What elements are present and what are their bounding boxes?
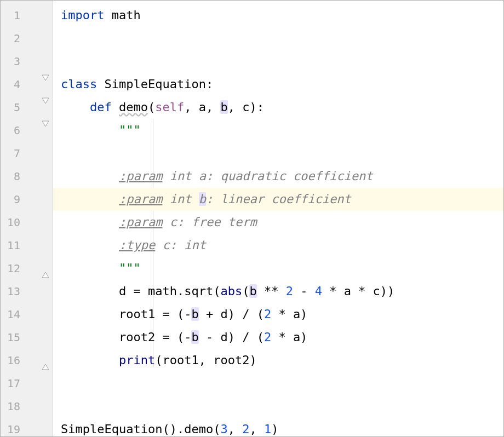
- code-token: SimpleEquation:: [97, 77, 213, 91]
- code-token: [61, 169, 119, 183]
- code-token: SimpleEquation().demo(: [61, 422, 220, 436]
- code-token: (: [242, 284, 249, 298]
- code-token: 2: [264, 307, 271, 321]
- code-line[interactable]: class SimpleEquation:: [53, 73, 503, 96]
- code-token: - d) / (: [199, 330, 264, 344]
- code-line[interactable]: [53, 27, 503, 50]
- code-token: 4: [315, 284, 322, 298]
- code-token: [61, 123, 119, 137]
- code-token: """: [119, 123, 141, 137]
- code-token: b: [191, 330, 198, 344]
- code-token: 2: [286, 284, 293, 298]
- code-token: [61, 261, 119, 275]
- code-token: [61, 192, 119, 206]
- code-token: def: [90, 100, 112, 114]
- fold-expand-icon[interactable]: [42, 120, 49, 128]
- line-number-column: 12345678910111213141516171819: [1, 1, 25, 437]
- fold-collapse-icon[interactable]: [42, 271, 49, 279]
- code-line[interactable]: SimpleEquation().demo(3, 2, 1): [53, 418, 503, 437]
- code-line[interactable]: :param int b: linear coefficient: [53, 188, 503, 211]
- line-number: 14: [1, 303, 25, 326]
- code-editor[interactable]: 12345678910111213141516171819 import mat…: [1, 1, 503, 436]
- code-token: , a,: [184, 100, 220, 114]
- line-number: 1: [1, 4, 25, 27]
- code-token: math: [104, 8, 140, 22]
- code-token: root2 = (-: [61, 330, 191, 344]
- code-token: ,: [228, 422, 243, 436]
- code-line[interactable]: root1 = (-b + d) / (2 * a): [53, 303, 503, 326]
- code-token: self: [155, 100, 184, 114]
- code-line[interactable]: print(root1, root2): [53, 349, 503, 372]
- code-line[interactable]: d = math.sqrt(abs(b ** 2 - 4 * a * c)): [53, 280, 503, 303]
- code-token: b: [191, 307, 198, 321]
- code-token: 2: [264, 330, 271, 344]
- code-token: [61, 100, 90, 114]
- code-line[interactable]: [53, 372, 503, 395]
- code-token: b: [249, 284, 256, 298]
- code-token: 2: [242, 422, 249, 436]
- code-token: :param: [119, 192, 162, 206]
- code-line[interactable]: [53, 50, 503, 73]
- code-token: 1: [264, 422, 271, 436]
- code-token: c: int: [155, 238, 206, 252]
- code-token: * a): [271, 330, 307, 344]
- code-token: [61, 238, 119, 252]
- code-token: """: [119, 261, 141, 275]
- code-line[interactable]: """: [53, 119, 503, 142]
- code-token: * a): [271, 307, 307, 321]
- line-number: 4: [1, 73, 25, 96]
- fold-column: [25, 1, 53, 436]
- code-token: : linear coefficient: [206, 192, 351, 206]
- gutter: 12345678910111213141516171819: [1, 1, 53, 436]
- line-number: 9: [1, 188, 25, 211]
- line-number: 19: [1, 418, 25, 437]
- code-token: d = math.sqrt(: [61, 284, 220, 298]
- code-token: [112, 100, 119, 114]
- code-token: **: [257, 284, 286, 298]
- line-number: 6: [1, 119, 25, 142]
- code-token: print: [119, 353, 155, 367]
- line-number: 3: [1, 50, 25, 73]
- line-number: 7: [1, 142, 25, 165]
- code-line[interactable]: :param c: free term: [53, 211, 503, 234]
- line-number: 5: [1, 96, 25, 119]
- line-number: 18: [1, 395, 25, 418]
- line-number: 15: [1, 326, 25, 349]
- line-number: 2: [1, 27, 25, 50]
- code-token: class: [61, 77, 97, 91]
- fold-collapse-icon[interactable]: [42, 363, 49, 371]
- code-token: b: [220, 100, 227, 114]
- code-line[interactable]: :param int a: quadratic coefficient: [53, 165, 503, 188]
- code-token: int a: quadratic coefficient: [162, 169, 373, 183]
- code-line[interactable]: :type c: int: [53, 234, 503, 257]
- code-token: c: free term: [162, 215, 256, 229]
- code-line[interactable]: """: [53, 257, 503, 280]
- code-line[interactable]: def demo(self, a, b, c):: [53, 96, 503, 119]
- code-token: * a * c)): [322, 284, 394, 298]
- code-line[interactable]: root2 = (-b - d) / (2 * a): [53, 326, 503, 349]
- line-number: 11: [1, 234, 25, 257]
- code-token: (root1, root2): [155, 353, 256, 367]
- code-token: root1 = (-: [61, 307, 191, 321]
- code-token: [61, 353, 119, 367]
- line-number: 10: [1, 211, 25, 234]
- code-line[interactable]: [53, 395, 503, 418]
- code-token: abs: [220, 284, 242, 298]
- line-number: 16: [1, 349, 25, 372]
- code-token: 3: [220, 422, 227, 436]
- code-token: b: [199, 192, 206, 206]
- code-line[interactable]: [53, 142, 503, 165]
- fold-expand-icon[interactable]: [42, 97, 49, 105]
- code-token: [61, 215, 119, 229]
- line-number: 8: [1, 165, 25, 188]
- code-token: ): [271, 422, 278, 436]
- code-token: , c):: [228, 100, 264, 114]
- code-token: int: [162, 192, 198, 206]
- code-token: :param: [119, 169, 162, 183]
- code-token: -: [293, 284, 315, 298]
- line-number: 12: [1, 257, 25, 280]
- fold-expand-icon[interactable]: [42, 74, 49, 82]
- code-area[interactable]: import mathclass SimpleEquation: def dem…: [53, 1, 503, 436]
- code-token: + d) / (: [199, 307, 264, 321]
- code-line[interactable]: import math: [53, 4, 503, 27]
